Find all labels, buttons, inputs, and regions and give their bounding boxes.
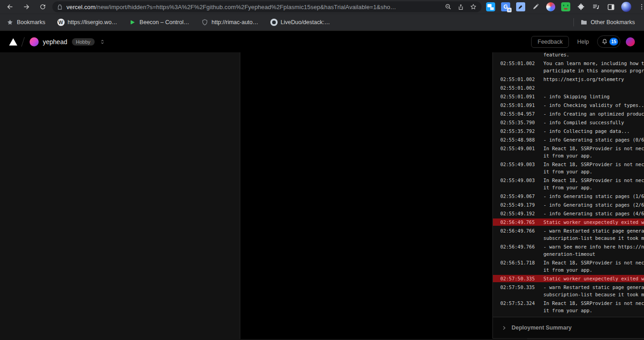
log-timestamp: 02:55:49.003 <box>493 161 535 175</box>
log-message: - info Generating static pages (1/6) <box>543 193 644 200</box>
log-message: Static worker unexpectedly exited with c… <box>543 275 644 282</box>
bookmark-label: Bookmarks <box>17 19 46 25</box>
log-message: - info Generating static pages (0/6) <box>543 136 644 143</box>
bookmark-label: LiveDuo/destack:… <box>281 19 330 25</box>
log-entry: 02:55:49.003In React 18, SSRProvider is … <box>493 161 644 175</box>
extension-green-icon[interactable] <box>561 2 570 11</box>
log-entry-error: 02:56:49.765Static worker unexpectedly e… <box>493 218 644 226</box>
log-message: - info Generating static pages (2/6) <box>543 201 644 208</box>
log-entry: 02:55:35.792- info Collecting page data.… <box>493 127 644 135</box>
share-button[interactable] <box>457 4 464 10</box>
build-logs-panel[interactable]: features.02:55:01.002You can learn more,… <box>493 52 644 317</box>
feedback-button[interactable]: Feedback <box>531 36 569 48</box>
log-entry: 02:55:01.091- info Checking validity of … <box>493 101 644 109</box>
side-panel-icon <box>607 3 615 11</box>
log-timestamp: 02:56:49.765 <box>493 218 535 226</box>
translate-extension-icon[interactable]: Ga <box>501 2 510 11</box>
notification-badge: 15 <box>609 38 618 46</box>
import-card: features.02:55:01.002You can learn more,… <box>240 52 528 339</box>
notifications-button[interactable]: 15 <box>597 36 620 48</box>
log-message: You can learn more, including how to opt… <box>543 60 644 74</box>
url-host: vercel.com <box>66 4 96 10</box>
forward-button[interactable] <box>20 1 33 13</box>
plan-badge: Hobby <box>72 38 95 46</box>
log-entry: 02:55:01.002 <box>493 84 644 91</box>
extensions-puzzle-button[interactable] <box>576 2 585 11</box>
log-message: In React 18, SSRProvider is not necessar… <box>543 299 644 314</box>
side-panel-button[interactable] <box>606 2 615 11</box>
browser-profile-avatar[interactable] <box>621 2 631 12</box>
bookmark-item-bookmarks[interactable]: Bookmarks <box>6 19 46 26</box>
log-entry: 02:56:51.718In React 18, SSRProvider is … <box>493 259 644 274</box>
log-timestamp: 02:55:49.192 <box>493 210 535 217</box>
log-timestamp: 02:56:49.766 <box>493 243 535 258</box>
log-timestamp: 02:55:01.091 <box>493 93 535 100</box>
vercel-logo-icon[interactable] <box>9 38 17 46</box>
bookmark-item-rimac[interactable]: http://rimac-auto… <box>201 19 259 26</box>
user-avatar[interactable] <box>626 37 635 46</box>
log-timestamp: 02:55:01.091 <box>493 101 535 109</box>
wordpress-icon: W <box>57 19 65 26</box>
star-icon <box>470 3 477 10</box>
log-timestamp: 02:55:49.003 <box>493 177 535 191</box>
log-timestamp: 02:55:01.002 <box>493 60 535 74</box>
log-message: - warn Restarted static page generation … <box>543 284 644 298</box>
color-picker-extension-icon[interactable] <box>516 2 525 11</box>
bookmark-item-lisergio[interactable]: W https://lisergio.wo… <box>57 19 117 26</box>
log-timestamp: 02:56:51.718 <box>493 259 535 274</box>
page-body: features.02:55:01.002You can learn more,… <box>0 52 644 339</box>
other-bookmarks-button[interactable]: Other Bookmarks <box>580 19 635 26</box>
kebab-menu-icon <box>638 3 644 10</box>
chevron-right-icon <box>501 325 507 331</box>
log-entry: 02:57:52.324In React 18, SSRProvider is … <box>493 299 644 314</box>
extensions-row: Ga <box>486 0 644 14</box>
log-message: - warn Restarted static page generation … <box>543 227 644 242</box>
url-text: vercel.com/new/import/hidden?s=https%3A%… <box>66 4 439 10</box>
deployment-summary-label: Deployment Summary <box>512 325 572 331</box>
extension-circle-icon[interactable] <box>546 2 555 11</box>
address-bar[interactable]: vercel.com/new/import/hidden?s=https%3A%… <box>52 1 482 12</box>
shield-icon <box>201 19 208 26</box>
log-message: - info Skipping linting <box>543 93 609 100</box>
log-entry: 02:55:49.003In React 18, SSRProvider is … <box>493 177 644 191</box>
forward-icon <box>22 3 30 11</box>
log-timestamp: 02:55:01.002 <box>493 76 535 83</box>
reading-list-button[interactable] <box>591 2 600 11</box>
log-message: - info Compiled successfully <box>543 119 624 126</box>
bookmark-item-liveduo[interactable]: LiveDuo/destack:… <box>270 19 330 26</box>
team-avatar <box>30 37 39 46</box>
lock-icon <box>57 4 63 10</box>
team-switcher-button[interactable] <box>99 39 106 45</box>
log-timestamp: 02:55:35.790 <box>493 119 535 126</box>
log-entry: features. <box>493 52 644 58</box>
back-button[interactable] <box>4 1 16 13</box>
log-timestamp: 02:55:01.002 <box>493 84 535 91</box>
puzzle-icon <box>577 3 585 11</box>
folder-icon <box>580 19 588 26</box>
playlist-icon <box>592 3 600 11</box>
log-entry: 02:55:49.192- info Generating static pag… <box>493 210 644 217</box>
log-message: Static worker unexpectedly exited with c… <box>543 218 644 226</box>
bookmark-star-button[interactable] <box>470 3 477 10</box>
deployment-summary-toggle[interactable]: Deployment Summary <box>493 317 644 338</box>
log-entry: 02:56:49.766- warn Restarted static page… <box>493 227 644 242</box>
breadcrumb-slash <box>21 37 25 46</box>
log-entry-error: 02:57:50.335Static worker unexpectedly e… <box>493 275 644 282</box>
reload-button[interactable] <box>36 1 49 13</box>
pen-extension-icon[interactable] <box>531 2 540 11</box>
log-message: - info Generating static pages (4/6) <box>543 210 644 217</box>
log-entry: 02:55:48.988- info Generating static pag… <box>493 136 644 143</box>
browser-menu-button[interactable] <box>637 2 644 11</box>
zoom-out-icon <box>445 3 452 10</box>
deployment-accordion: features.02:55:01.002You can learn more,… <box>492 52 644 339</box>
help-link[interactable]: Help <box>577 39 589 45</box>
log-timestamp: 02:55:49.179 <box>493 201 535 208</box>
vercel-header: yephead Hobby Feedback Help 15 <box>0 30 644 52</box>
bookmark-item-beecon[interactable]: Beecon – Control… <box>129 19 189 26</box>
log-entry: 02:56:49.766- warn See more info here ht… <box>493 243 644 258</box>
bookmark-label: Other Bookmarks <box>591 19 635 25</box>
extension-blue-icon[interactable] <box>486 2 495 11</box>
share-icon <box>457 4 464 10</box>
zoom-out-button[interactable] <box>445 3 452 10</box>
bookmark-label: https://lisergio.wo… <box>68 19 117 25</box>
